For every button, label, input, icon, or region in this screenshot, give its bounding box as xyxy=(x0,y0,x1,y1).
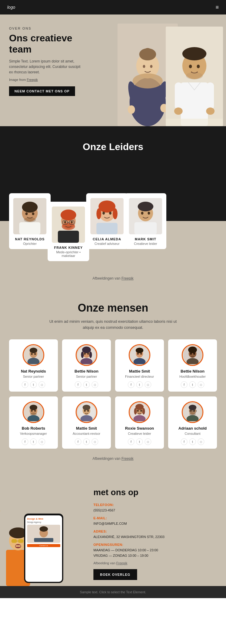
phone-screen-subtitle: Design Agency xyxy=(27,521,60,523)
svg-point-83 xyxy=(30,405,37,410)
leader-img-nat xyxy=(13,198,46,234)
team-role-1: Senior partner xyxy=(65,375,108,378)
contact-info: met ons op TELEFOON: (555)123-4567 E-MAI… xyxy=(84,482,226,586)
svg-point-4 xyxy=(143,48,152,56)
svg-rect-20 xyxy=(206,82,214,110)
svg-point-44 xyxy=(96,208,101,219)
hero-text: Simple Text. Lorem ipsum dolor sit amet,… xyxy=(9,59,81,75)
team-card-6: Roxie Swanson Creatieve leider f t □ xyxy=(115,396,164,449)
hero-images xyxy=(99,14,226,126)
team-role-4: Verkoopsmanager xyxy=(12,432,55,435)
team-name-0: Nat Reynolds xyxy=(12,369,55,373)
team-icons-4: f t □ xyxy=(12,438,55,445)
team-grid-row1: Nat Reynolds Senior partner f t □ xyxy=(9,339,217,392)
contact-section: Design & Web Design Agency Contact us me… xyxy=(0,473,226,586)
twitter-icon-3[interactable]: t xyxy=(189,381,196,388)
facebook-icon-6[interactable]: f xyxy=(128,438,134,445)
footer-text: Sample text. Click to select the Text El… xyxy=(80,590,146,594)
facebook-icon-2[interactable]: f xyxy=(128,381,134,388)
leader-name-frank: FRANK KINNEY xyxy=(51,246,86,249)
contact-address-label: ADRES: xyxy=(93,530,107,533)
svg-point-7 xyxy=(150,65,152,68)
facebook-icon-0[interactable]: f xyxy=(22,381,28,388)
twitter-icon-6[interactable]: t xyxy=(136,438,143,445)
svg-point-52 xyxy=(141,212,143,215)
svg-point-84 xyxy=(31,410,33,412)
svg-point-63 xyxy=(82,347,91,353)
hero-freepik-link[interactable]: Freepik xyxy=(27,78,38,82)
instagram-icon-1[interactable]: □ xyxy=(92,381,98,388)
instagram-icon-4[interactable]: □ xyxy=(39,438,45,445)
twitter-icon-1[interactable]: t xyxy=(83,381,90,388)
facebook-icon-7[interactable]: f xyxy=(181,438,187,445)
twitter-icon-0[interactable]: t xyxy=(30,381,37,388)
svg-point-64 xyxy=(81,351,84,358)
leader-name-nat: NAT REYNOLDS xyxy=(13,237,47,241)
contact-hours-label: OPENINGSUREN: xyxy=(93,543,123,546)
contact-phone-row: TELEFOON: (555)123-4567 xyxy=(93,502,220,513)
svg-point-17 xyxy=(197,65,200,68)
team-freepik-link[interactable]: Freepik xyxy=(121,457,133,461)
facebook-icon-3[interactable]: f xyxy=(181,381,187,388)
team-role-5: Accountant-revisor xyxy=(65,432,108,435)
svg-point-22 xyxy=(206,107,215,115)
contact-title: met ons op xyxy=(93,488,220,497)
team-avatar-6 xyxy=(129,401,150,423)
instagram-icon-3[interactable]: □ xyxy=(198,381,204,388)
menu-icon[interactable]: ≡ xyxy=(215,4,219,11)
instagram-icon-5[interactable]: □ xyxy=(92,438,98,445)
svg-point-26 xyxy=(22,202,38,213)
team-card-4: Bob Roberts Verkoopsmanager f t □ xyxy=(9,396,58,449)
facebook-icon-5[interactable]: f xyxy=(75,438,81,445)
svg-point-46 xyxy=(102,212,105,215)
svg-point-53 xyxy=(148,212,150,215)
hero-title: Ons creatieve team xyxy=(9,33,81,55)
hero-cta-button[interactable]: NEEM CONTACT MET ONS OP xyxy=(9,86,75,96)
contact-email-value: INFO@SAMPLE.COM xyxy=(93,522,127,525)
leader-name-celia: CELIA ALMEDA xyxy=(90,237,124,241)
team-card-7: Adriaan schold Consultant f t □ xyxy=(168,396,217,449)
contact-freepik-link[interactable]: Freepik xyxy=(116,561,127,565)
hero-overtitle: OVER ONS xyxy=(9,27,81,30)
team-section: Onze mensen Ut enim ad minim veniam, qui… xyxy=(0,287,226,473)
svg-point-51 xyxy=(138,202,153,211)
instagram-icon-0[interactable]: □ xyxy=(39,381,45,388)
contact-hours-row: OPENINGSUREN: MAANDAG — DONDERDAG 10:00 … xyxy=(93,542,220,558)
leaders-freepik-link[interactable]: Freepik xyxy=(121,276,133,280)
leader-img-frank xyxy=(52,207,85,243)
twitter-icon-7[interactable]: t xyxy=(189,438,196,445)
svg-point-104 xyxy=(189,405,196,410)
svg-point-67 xyxy=(87,353,89,354)
instagram-icon-2[interactable]: □ xyxy=(145,381,151,388)
svg-point-71 xyxy=(136,348,143,353)
leader-card-frank: FRANK KINNEY Mede-oprichter • makelaar xyxy=(48,202,89,261)
svg-point-10 xyxy=(128,105,135,114)
team-icons-5: f t □ xyxy=(65,438,108,445)
svg-point-28 xyxy=(32,213,34,215)
svg-point-92 xyxy=(87,410,89,412)
instagram-icon-6[interactable]: □ xyxy=(145,438,151,445)
svg-point-27 xyxy=(25,213,28,215)
twitter-icon-2[interactable]: t xyxy=(136,381,143,388)
phone-cta[interactable]: Contact us xyxy=(27,544,60,547)
contact-book-button[interactable]: BOEK OVERLEG xyxy=(93,569,137,580)
team-card-5: Mattie Smit Accountant-revisor f t □ xyxy=(62,396,111,449)
twitter-icon-5[interactable]: t xyxy=(83,438,90,445)
svg-rect-116 xyxy=(18,539,24,543)
instagram-icon-7[interactable]: □ xyxy=(198,438,204,445)
svg-point-77 xyxy=(188,347,197,353)
facebook-icon-4[interactable]: f xyxy=(22,438,28,445)
leaders-cards-container: NAT REYNOLDS Oprichter xyxy=(0,165,226,267)
logo: logo xyxy=(7,5,15,10)
team-icons-7: f t □ xyxy=(171,438,214,445)
facebook-icon-1[interactable]: f xyxy=(75,381,81,388)
contact-phone-label: TELEFOON: xyxy=(93,503,114,507)
contact-hours-value-1: MAANDAG — DONDERDAG 10:00 – 23:00 xyxy=(93,548,158,552)
team-icons-1: f t □ xyxy=(65,381,108,388)
hero-section: OVER ONS Ons creatieve team Simple Text.… xyxy=(0,14,226,126)
svg-point-59 xyxy=(34,353,36,355)
svg-point-39 xyxy=(71,221,73,223)
twitter-icon-4[interactable]: t xyxy=(30,438,37,445)
team-name-2: Mattie Smit xyxy=(118,369,161,373)
contact-email-label: E-MAIL: xyxy=(93,516,107,520)
